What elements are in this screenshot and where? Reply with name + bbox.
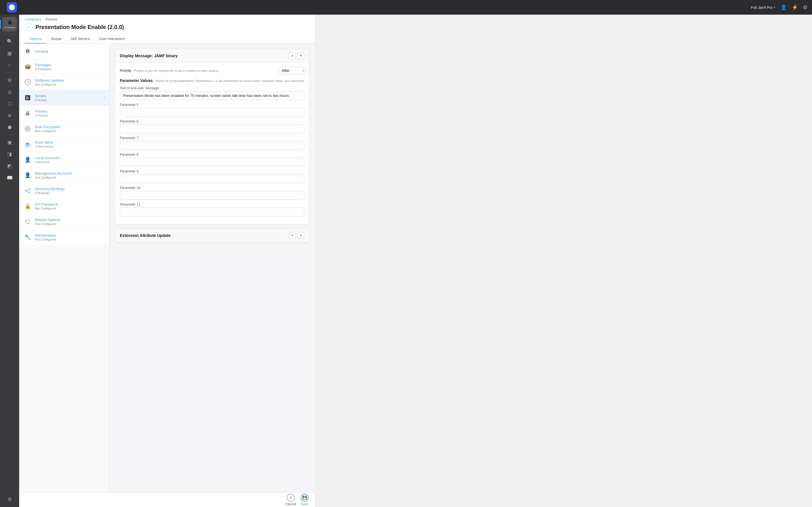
save-button[interactable]: 💾 Save xyxy=(301,494,308,506)
tab-user-interaction[interactable]: User Interaction xyxy=(94,34,130,44)
sidebar-item-book[interactable]: 📖 xyxy=(2,172,17,183)
param6-label: Parameter 6 xyxy=(120,119,304,123)
sidebar-item-smartgroups[interactable]: ◎ xyxy=(2,86,17,98)
inventory-icon: ◨ xyxy=(7,151,12,157)
software-updates-icon xyxy=(23,78,32,87)
param5-input[interactable] xyxy=(120,108,304,117)
param7-input[interactable] xyxy=(120,141,304,150)
save-label: Save xyxy=(301,502,308,506)
notifications-icon[interactable]: ⚡ xyxy=(792,4,798,10)
svg-rect-10 xyxy=(27,142,28,145)
sidebar-item-reports[interactable]: ⊞ xyxy=(2,74,17,86)
product-dropdown-arrow: ▾ xyxy=(774,6,775,9)
left-panel-dock-items[interactable]: Dock Items 0 Dock Items xyxy=(19,136,109,152)
deploy-icon: ▣ xyxy=(7,139,12,145)
sidebar-item-inventory[interactable]: ◨ xyxy=(2,149,17,160)
sidebar-item-groups[interactable]: ◩ xyxy=(2,160,17,172)
priority-hint: Priority to use for running the script i… xyxy=(134,69,276,72)
sidebar-divider-2 xyxy=(4,72,15,73)
page-title: Presentation Mode Enable (2.0.0) xyxy=(36,24,124,31)
packages-title: Packages xyxy=(35,63,105,67)
left-panel-general[interactable]: ⚙ General xyxy=(19,44,109,59)
param10-input[interactable] xyxy=(120,191,304,200)
restart-options-subtitle: Not Configured xyxy=(35,222,105,226)
sidebar-item-config[interactable]: ⊕ xyxy=(2,110,17,121)
script-close-button[interactable]: × xyxy=(289,52,296,59)
dock-items-text: Dock Items 0 Dock Items xyxy=(35,140,105,148)
general-text: General xyxy=(35,49,105,54)
sidebar-item-settings[interactable]: ⚙ xyxy=(2,494,17,505)
left-panel-management-accounts[interactable]: 👤 Management Accounts Not Configured xyxy=(19,168,109,183)
back-button[interactable]: ← xyxy=(25,23,33,31)
packages-subtitle: 0 Packages xyxy=(35,67,105,71)
sidebar-item-restrictions[interactable]: ⬢ xyxy=(2,122,17,133)
script-add-button[interactable]: + xyxy=(297,52,304,59)
cancel-label: Cancel xyxy=(286,502,296,506)
user-icon[interactable]: 👤 xyxy=(780,4,786,10)
sidebar-item-computers[interactable]: 🖥 Computers xyxy=(0,17,19,32)
priority-select[interactable]: Before After At Reboot xyxy=(278,67,306,74)
cancel-button[interactable]: ✕ Cancel xyxy=(286,494,296,506)
param4-label: Text of end-user message xyxy=(120,86,304,90)
param4-input[interactable] xyxy=(120,91,304,100)
general-icon: ⚙ xyxy=(23,47,32,56)
sidebar-item-policies[interactable]: ⬡ xyxy=(2,98,17,109)
dock-items-subtitle: 0 Dock Items xyxy=(35,145,105,148)
printers-text: Printers 0 Printers xyxy=(35,109,105,117)
param11-input[interactable] xyxy=(120,208,304,216)
settings-icon[interactable]: ⚙ xyxy=(803,4,808,10)
management-accounts-subtitle: Not Configured xyxy=(35,176,105,179)
sidebar-item-dashboard[interactable]: ▦ xyxy=(2,48,17,59)
efi-password-icon: 🔒 xyxy=(23,202,32,211)
left-panel-restart-options[interactable]: Restart Options Not Configured xyxy=(19,214,109,230)
ext-attr-add-button[interactable]: + xyxy=(297,232,304,239)
param6-input[interactable] xyxy=(120,124,304,133)
tabs-container: Options Scope Self Service User Interact… xyxy=(25,34,309,43)
left-panel-packages[interactable]: 📦 Packages 0 Packages xyxy=(19,59,109,75)
tab-scope[interactable]: Scope xyxy=(47,34,66,44)
param8-input[interactable] xyxy=(120,158,304,166)
right-panel: Display Message: JAMF binary × + Priorit… xyxy=(109,44,315,492)
svg-line-16 xyxy=(27,191,29,192)
script-section-card: Display Message: JAMF binary × + Priorit… xyxy=(115,49,309,224)
left-panel-scripts[interactable]: Scripts 3 Scripts › xyxy=(19,90,109,106)
management-accounts-title: Management Accounts xyxy=(35,171,105,175)
param10-row: Parameter 10 xyxy=(120,186,304,200)
maintenance-icon: 🔧 xyxy=(23,233,32,242)
param9-input[interactable] xyxy=(120,174,304,183)
general-title: General xyxy=(35,49,105,54)
left-panel-software-updates[interactable]: Software Updates Not Configured xyxy=(19,75,109,90)
left-panel-maintenance[interactable]: 🔧 Maintenance Not Configured xyxy=(19,230,109,245)
breadcrumb-computers[interactable]: Computers xyxy=(25,17,42,21)
sidebar-item-search[interactable]: 🔍 xyxy=(2,36,17,47)
breadcrumb: Computers : Policies xyxy=(25,17,309,21)
svg-rect-9 xyxy=(26,143,27,145)
disk-encryption-icon xyxy=(23,124,32,133)
left-panel: ⚙ General 📦 Packages 0 Packages xyxy=(19,44,109,492)
scripts-text: Scripts 3 Scripts xyxy=(35,94,101,102)
sidebar-item-deploy[interactable]: ▣ xyxy=(2,136,17,148)
scripts-title: Scripts xyxy=(35,94,101,98)
priority-label: Priority xyxy=(120,68,131,73)
packages-icon: 📦 xyxy=(23,62,32,71)
left-panel-directory-bindings[interactable]: Directory Bindings 0 Bindings xyxy=(19,183,109,199)
back-arrow-icon: ← xyxy=(27,25,31,29)
svg-point-14 xyxy=(29,191,30,193)
tab-options[interactable]: Options xyxy=(25,34,47,44)
param10-label: Parameter 10 xyxy=(120,186,304,190)
left-panel-local-accounts[interactable]: 👤 Local Accounts 0 Accounts xyxy=(19,152,109,168)
smartgroups-icon: ◎ xyxy=(8,89,12,95)
management-accounts-icon: 👤 xyxy=(23,171,32,180)
computers-icon: 🖥 xyxy=(7,20,12,25)
left-panel-efi-password[interactable]: 🔒 EFI Password Not Configured xyxy=(19,199,109,214)
left-panel-disk-encryption[interactable]: Disk Encryption Not Configured xyxy=(19,121,109,136)
sidebar: 🖥 Computers 🔍 ▦ ○ ⊞ ◎ ⬡ ⊕ ⬢ xyxy=(0,15,19,507)
software-updates-text: Software Updates Not Configured xyxy=(35,78,105,86)
sidebar-item-users[interactable]: ○ xyxy=(2,59,17,71)
tab-self-service[interactable]: Self Service xyxy=(66,34,94,44)
maintenance-title: Maintenance xyxy=(35,233,105,237)
left-panel-printers[interactable]: 🖨 Printers 0 Printers xyxy=(19,106,109,121)
product-name[interactable]: Full Jamf Pro ▾ xyxy=(751,5,775,10)
efi-password-title: EFI Password xyxy=(35,202,105,207)
ext-attr-close-button[interactable]: × xyxy=(289,232,296,239)
